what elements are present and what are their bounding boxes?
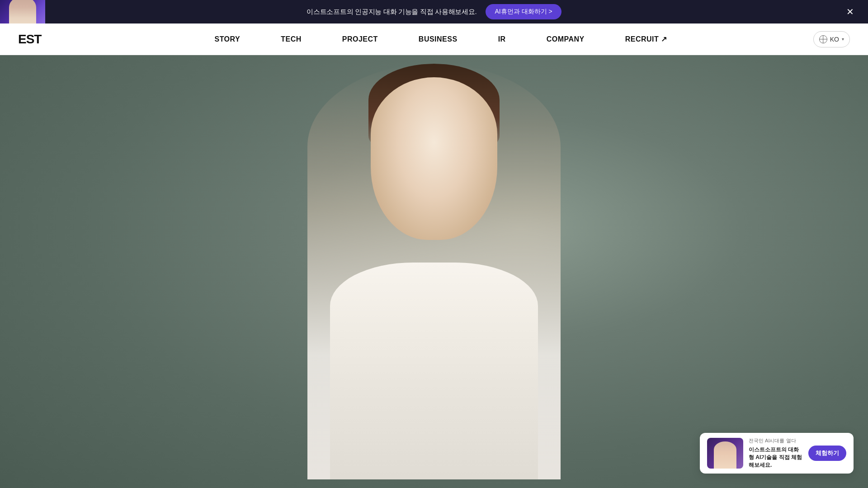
globe-icon [819,35,827,43]
hero-background [0,55,868,488]
widget-description: 이스트소프트의 대화형 AI기술을 직접 체험해보세요. [749,446,803,469]
bottom-widget: 전국민 AI시대를 열다 이스트소프트의 대화형 AI기술을 직접 체험해보세요… [700,433,854,474]
logo[interactable]: EST [18,32,41,47]
widget-thumbnail [707,438,743,469]
suit-area [330,263,538,479]
banner-close-button[interactable]: ✕ [843,5,857,19]
lang-label: KO [830,36,839,43]
face-area [371,77,497,240]
banner-cta-button[interactable]: AI휴먼과 대화하기 > [486,4,561,19]
header: EST STORY TECH PROJECT BUSINESS IR COMPA… [0,23,868,55]
main-nav: STORY TECH PROJECT BUSINESS IR COMPANY R… [68,23,813,55]
widget-content: 전국민 AI시대를 열다 이스트소프트의 대화형 AI기술을 직접 체험해보세요… [749,437,803,469]
nav-item-ir[interactable]: IR [478,23,526,55]
widget-mini-figure [714,441,736,469]
widget-cta-button[interactable]: 체험하기 [808,446,846,461]
human-figure [307,64,561,479]
nav-item-tech[interactable]: TECH [260,23,322,55]
top-banner: 이스트소프트의 인공지능 대화 기능을 직접 사용해보세요. AI휴먼과 대화하… [0,0,868,23]
mini-ai-human-banner [0,0,45,23]
ai-human-main [298,55,570,488]
banner-text: 이스트소프트의 인공지능 대화 기능을 직접 사용해보세요. [307,8,476,16]
nav-right: KO ▾ [813,31,850,47]
nav-item-recruit[interactable]: RECRUIT ↗ [605,23,688,55]
nav-item-business[interactable]: BUSINESS [398,23,478,55]
language-selector[interactable]: KO ▾ [813,31,850,47]
chevron-down-icon: ▾ [842,37,844,42]
nav-item-project[interactable]: PROJECT [322,23,398,55]
nav-item-story[interactable]: STORY [194,23,260,55]
nav-item-company[interactable]: COMPANY [526,23,605,55]
hero-section [0,55,868,488]
widget-tag: 전국민 AI시대를 열다 [749,437,803,444]
mini-figure [9,0,36,23]
